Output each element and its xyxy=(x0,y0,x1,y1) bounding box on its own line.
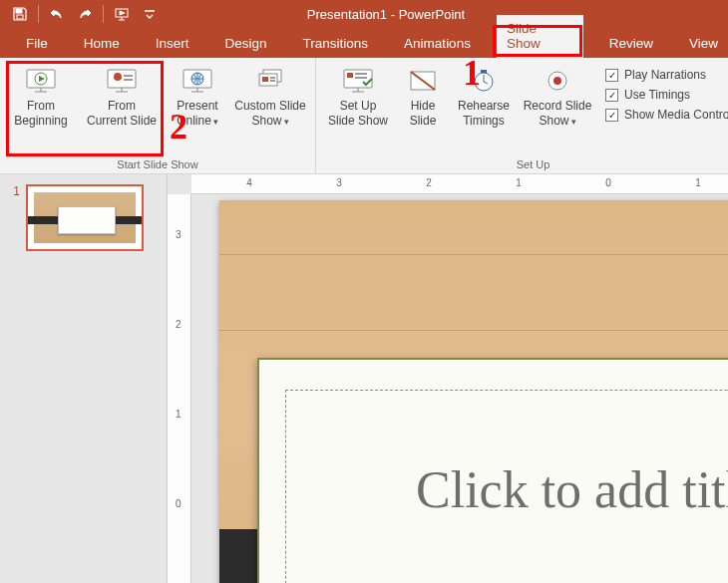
svg-rect-22 xyxy=(481,70,487,73)
slide-canvas-viewport[interactable]: Click to add title xyxy=(191,194,728,583)
tab-slide-show[interactable]: Slide Show xyxy=(497,15,583,58)
svg-rect-1 xyxy=(17,15,23,19)
svg-rect-7 xyxy=(124,75,133,77)
thumbnail-number: 1 xyxy=(8,184,20,251)
tab-animations[interactable]: Animations xyxy=(394,30,481,58)
record-slide-show-button[interactable]: Record SlideShow xyxy=(520,62,595,131)
svg-rect-19 xyxy=(355,77,367,79)
slide-editor[interactable]: 4 3 2 1 0 1 3 2 1 0 Click to add title xyxy=(168,174,728,583)
qat-more-button[interactable] xyxy=(136,0,164,28)
set-up-slide-show-button[interactable]: Set UpSlide Show xyxy=(322,62,394,131)
title-bar: Presentation1 - PowerPoint xyxy=(0,0,728,28)
screen-stack-icon xyxy=(253,68,287,94)
quick-access-toolbar xyxy=(0,0,164,28)
screen-current-icon xyxy=(105,68,139,94)
svg-point-24 xyxy=(553,77,561,85)
slide-canvas[interactable]: Click to add title xyxy=(219,200,728,583)
tab-home[interactable]: Home xyxy=(74,30,130,58)
slide-thumbnail-1[interactable] xyxy=(26,184,144,251)
setup-checkbox-column: ✓Play Narrations ✓Use Timings ✓Show Medi… xyxy=(599,62,728,122)
group-start-slide-show: FromBeginning FromCurrent Slide PresentO… xyxy=(0,58,316,173)
tab-transitions[interactable]: Transitions xyxy=(293,30,379,58)
from-current-slide-button[interactable]: FromCurrent Slide xyxy=(80,62,164,131)
thumbnail-row[interactable]: 1 xyxy=(8,184,159,251)
redo-icon xyxy=(77,6,93,22)
tab-view[interactable]: View xyxy=(679,30,728,58)
horizontal-ruler: 4 3 2 1 0 1 xyxy=(191,174,728,194)
svg-point-6 xyxy=(114,73,122,81)
custom-slide-show-button[interactable]: Custom SlideShow xyxy=(231,62,309,131)
svg-rect-8 xyxy=(124,79,133,81)
undo-icon xyxy=(49,6,65,22)
tab-insert[interactable]: Insert xyxy=(146,30,199,58)
screen-globe-icon xyxy=(181,68,214,94)
show-media-controls-checkbox[interactable]: ✓Show Media Controls xyxy=(605,108,728,122)
svg-rect-0 xyxy=(16,9,22,13)
undo-button[interactable] xyxy=(43,0,71,28)
save-icon xyxy=(12,6,28,22)
use-timings-checkbox[interactable]: ✓Use Timings xyxy=(605,88,728,102)
svg-rect-13 xyxy=(262,77,268,82)
start-show-qat-button[interactable] xyxy=(108,0,136,28)
presentation-icon xyxy=(114,6,130,22)
play-narrations-checkbox[interactable]: ✓Play Narrations xyxy=(605,68,728,82)
svg-rect-17 xyxy=(347,73,353,78)
screen-check-icon xyxy=(341,68,375,94)
check-icon: ✓ xyxy=(605,109,618,122)
svg-rect-15 xyxy=(270,80,275,82)
from-beginning-button[interactable]: FromBeginning xyxy=(6,62,76,131)
group-label-setup: Set Up xyxy=(322,156,728,171)
tab-file[interactable]: File xyxy=(16,30,58,58)
group-set-up: Set UpSlide Show HideSlide RehearseTimin… xyxy=(316,58,728,173)
title-placeholder[interactable]: Click to add title xyxy=(285,390,728,583)
ribbon: FromBeginning FromCurrent Slide PresentO… xyxy=(0,58,728,174)
check-icon: ✓ xyxy=(605,89,618,102)
title-placeholder-text: Click to add title xyxy=(416,460,728,519)
svg-rect-18 xyxy=(355,73,367,75)
slide-thumbnail-pane[interactable]: 1 xyxy=(0,174,168,583)
tab-review[interactable]: Review xyxy=(599,30,663,58)
svg-rect-14 xyxy=(270,77,275,79)
ribbon-tabs: File Home Insert Design Transitions Anim… xyxy=(0,28,728,58)
tab-design[interactable]: Design xyxy=(215,30,277,58)
record-icon xyxy=(541,68,574,94)
check-icon: ✓ xyxy=(605,69,618,82)
rehearse-timings-button[interactable]: RehearseTimings xyxy=(452,62,516,131)
screen-play-icon xyxy=(24,68,58,94)
present-online-button[interactable]: PresentOnline xyxy=(168,62,227,131)
group-label-start: Start Slide Show xyxy=(6,156,309,171)
slide-hidden-icon xyxy=(406,68,440,94)
stopwatch-icon xyxy=(467,68,501,94)
save-button[interactable] xyxy=(6,0,34,28)
chevron-down-icon xyxy=(142,6,158,22)
vertical-ruler: 3 2 1 0 xyxy=(168,194,191,583)
workspace: 1 4 3 2 1 0 1 3 2 1 0 Click xyxy=(0,174,728,583)
hide-slide-button[interactable]: HideSlide xyxy=(398,62,448,131)
redo-button[interactable] xyxy=(71,0,99,28)
